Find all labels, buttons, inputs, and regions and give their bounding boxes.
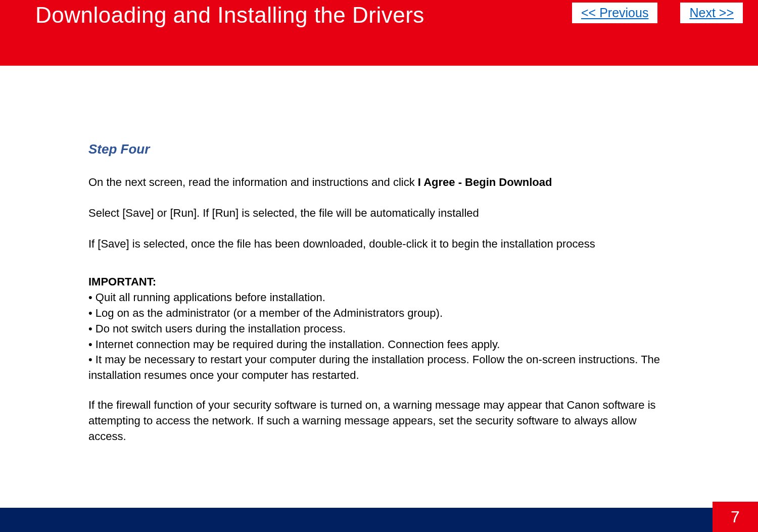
bullet-item: • Quit all running applications before i… — [88, 290, 670, 306]
important-section: IMPORTANT: • Quit all running applicatio… — [88, 274, 670, 444]
bullet-item: • It may be necessary to restart your co… — [88, 352, 670, 383]
bullet-item: • Log on as the administrator (or a memb… — [88, 306, 670, 321]
step-title: Step Four — [88, 141, 670, 157]
paragraph-1-text: On the next screen, read the information… — [88, 176, 418, 188]
important-label: IMPORTANT: — [88, 274, 670, 290]
paragraph-3: If [Save] is selected, once the file has… — [88, 236, 670, 252]
page-title: Downloading and Installing the Drivers — [35, 3, 424, 28]
firewall-paragraph: If the firewall function of your securit… — [88, 398, 670, 444]
nav-buttons: << Previous Next >> — [572, 3, 743, 23]
previous-button[interactable]: << Previous — [572, 3, 657, 23]
paragraph-2: Select [Save] or [Run]. If [Run] is sele… — [88, 206, 670, 221]
paragraph-1: On the next screen, read the information… — [88, 175, 670, 190]
page-footer — [0, 508, 758, 532]
paragraph-1-bold: I Agree - Begin Download — [418, 176, 552, 188]
bullet-item: • Internet connection may be required du… — [88, 337, 670, 353]
page-number: 7 — [713, 502, 758, 532]
next-button[interactable]: Next >> — [680, 3, 743, 23]
bullet-item: • Do not switch users during the install… — [88, 321, 670, 337]
content-area: Step Four On the next screen, read the i… — [0, 66, 758, 444]
page-header: Downloading and Installing the Drivers <… — [0, 0, 758, 66]
